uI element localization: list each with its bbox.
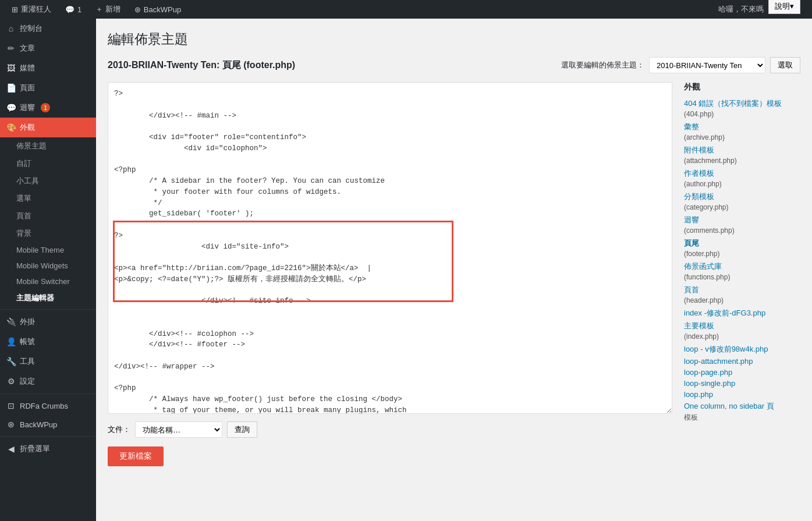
file-group: 頁尾(footer.php) (684, 238, 800, 258)
file-sub: (functions.php) (684, 273, 800, 281)
sidebar-item-customize[interactable]: 自訂 (0, 155, 96, 172)
sidebar-item-plugins[interactable]: 🔌 外掛 (0, 312, 96, 332)
pages-icon: 📄 (6, 83, 16, 93)
posts-icon: ✏ (6, 44, 16, 53)
sidebar-item-mobile-switcher[interactable]: Mobile Switcher (0, 274, 96, 289)
sidebar-item-theme-code[interactable]: 主題編輯器 (0, 289, 96, 307)
file-link[interactable]: 彙整 (684, 122, 800, 132)
file-group: 404 錯誤（找不到檔案）模板(404.php) (684, 98, 800, 118)
file-group: 佈景函式庫(functions.php) (684, 261, 800, 281)
sidebar-item-pages[interactable]: 📄 頁面 (0, 78, 96, 98)
sidebar-item-widgets[interactable]: 小工具 (0, 172, 96, 190)
file-sub: (index.php) (684, 332, 800, 341)
file-link[interactable]: 附件模板 (684, 145, 800, 155)
file-link[interactable]: 佈景函式庫 (684, 261, 800, 272)
backwpup-icon: ⊛ (134, 5, 141, 14)
divider-1 (0, 309, 96, 310)
file-link[interactable]: 404 錯誤（找不到檔案）模板 (684, 98, 800, 109)
file-link[interactable]: index -修改前-dFG3.php (684, 308, 800, 318)
sidebar-item-tools[interactable]: 🔧 工具 (0, 352, 96, 371)
divider-3 (0, 436, 96, 437)
file-link[interactable]: 頁首 (684, 285, 800, 295)
main-content: 編輯佈景主題 2010-BRIIAN-Twenty Ten: 頁尾 (foote… (96, 19, 812, 521)
code-editor[interactable] (108, 82, 672, 414)
sidebar-item-comments[interactable]: 💬 迴響 1 (0, 98, 96, 118)
file-title: 2010-BRIIAN-Twenty Ten: 頁尾 (footer.php) (108, 59, 549, 72)
sidebar: ⌂ 控制台 ✏ 文章 🖼 媒體 📄 頁面 💬 迴響 1 🎨 外觀 佈景主題 自訂 (0, 19, 96, 521)
sidebar-item-backwpup[interactable]: ⊛ BackWPup (0, 415, 96, 434)
divider-2 (0, 394, 96, 394)
sidebar-item-dashboard[interactable]: ⌂ 控制台 (0, 19, 96, 38)
backwpup-item[interactable]: ⊛ BackWPup (129, 0, 187, 19)
file-sub: (404.php) (684, 110, 800, 118)
file-link[interactable]: loop-page.php (684, 368, 800, 377)
update-button[interactable]: 更新檔案 (108, 446, 164, 466)
tools-icon: 🔧 (6, 357, 16, 366)
user-greeting: 哈囉，不來嗎 (718, 4, 764, 15)
file-group: 分類模板(category.php) (684, 192, 800, 211)
file-link[interactable]: loop-attachment.php (684, 357, 800, 366)
file-select[interactable]: 功能名稱… (135, 421, 222, 438)
appearance-icon: 🎨 (6, 123, 16, 132)
file-link[interactable]: loop.php (684, 390, 800, 399)
help-button[interactable]: 說明▾ (768, 0, 800, 14)
sidebar-item-rdfa[interactable]: ⊡ RDFa Crumbs (0, 396, 96, 415)
comments-badge: 1 (41, 103, 50, 112)
file-link[interactable]: 作者模板 (684, 168, 800, 179)
file-group: loop-page.php (684, 368, 800, 377)
plugins-icon: 🔌 (6, 317, 16, 327)
file-link[interactable]: One column, no sidebar 頁 (684, 401, 800, 412)
query-button[interactable]: 查詢 (227, 421, 257, 438)
file-group: 迴響(comments.php) (684, 215, 800, 235)
comment-icon: 💬 (65, 5, 75, 14)
sidebar-item-media[interactable]: 🖼 媒體 (0, 58, 96, 78)
file-link[interactable]: 分類模板 (684, 192, 800, 202)
theme-selector-group: 選取要編輯的佈景主題： 2010-BRIIAN-Twenty Ten 選取 (561, 57, 800, 73)
file-list: 404 錯誤（找不到檔案）模板(404.php)彙整(archive.php)附… (684, 98, 800, 423)
file-sub: (attachment.php) (684, 157, 800, 165)
file-group: 彙整(archive.php) (684, 122, 800, 141)
file-link[interactable]: 迴響 (684, 215, 800, 225)
sidebar-item-menus[interactable]: 選單 (0, 190, 96, 207)
comments-icon: 💬 (6, 103, 16, 112)
right-panel-title: 外觀 (684, 82, 800, 93)
file-link[interactable]: loop-single.php (684, 379, 800, 388)
theme-selector-label: 選取要編輯的佈景主題： (561, 60, 644, 70)
theme-select[interactable]: 2010-BRIIAN-Twenty Ten (649, 57, 765, 73)
sidebar-item-front[interactable]: 頁首 (0, 207, 96, 225)
file-group: loop - v修改前98w4k.php (684, 344, 800, 355)
sidebar-item-mobile-widgets[interactable]: Mobile Widgets (0, 258, 96, 274)
file-sub: (header.php) (684, 296, 800, 304)
sidebar-item-background[interactable]: 背景 (0, 225, 96, 242)
wp-logo-item[interactable]: ⊞ 重灌狂人 (6, 0, 57, 19)
sidebar-item-mobile-theme[interactable]: Mobile Theme (0, 242, 96, 258)
sidebar-item-collapse[interactable]: ◀ 折疊選單 (0, 439, 96, 459)
file-selector-label: 文件： (108, 424, 130, 435)
file-group: 主要模板(index.php) (684, 321, 800, 341)
sidebar-item-appearance[interactable]: 🎨 外觀 (0, 118, 96, 137)
sidebar-item-account[interactable]: 👤 帳號 (0, 332, 96, 352)
file-sub: (category.php) (684, 203, 800, 211)
editor-header: 2010-BRIIAN-Twenty Ten: 頁尾 (footer.php) … (108, 57, 800, 73)
file-group: loop.php (684, 390, 800, 399)
file-link[interactable]: 頁尾 (684, 238, 800, 249)
file-link[interactable]: loop - v修改前98w4k.php (684, 344, 800, 355)
sidebar-item-posts[interactable]: ✏ 文章 (0, 38, 96, 58)
file-group: 附件模板(attachment.php) (684, 145, 800, 165)
comments-item[interactable]: 💬 1 (59, 0, 87, 19)
file-link[interactable]: 主要模板 (684, 321, 800, 331)
file-group: index -修改前-dFG3.php (684, 308, 800, 318)
file-sub: (author.php) (684, 180, 800, 188)
file-sub: 模板 (684, 413, 800, 423)
collapse-icon: ◀ (6, 444, 16, 453)
backwpup-sidebar-icon: ⊛ (6, 420, 16, 429)
dashboard-icon: ⌂ (6, 24, 16, 33)
new-item[interactable]: ＋ 新增 (90, 0, 126, 19)
file-sub: (footer.php) (684, 250, 800, 258)
sidebar-item-themes[interactable]: 佈景主題 (0, 137, 96, 155)
editor-layout: 文件： 功能名稱… 查詢 更新檔案 外觀 404 錯誤（找不到檔案）模板(404… (108, 82, 800, 466)
rdfa-icon: ⊡ (6, 401, 16, 410)
select-button[interactable]: 選取 (770, 57, 800, 73)
code-container (108, 82, 672, 416)
sidebar-item-settings[interactable]: ⚙ 設定 (0, 371, 96, 391)
